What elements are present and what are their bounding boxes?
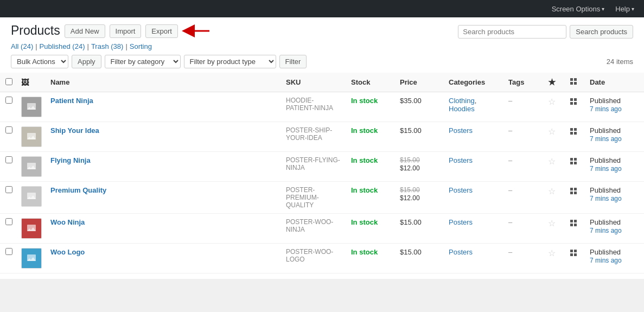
chevron-down-icon: ▾ (632, 6, 634, 12)
screen-options-button[interactable]: Screen Options ▾ (547, 3, 609, 15)
add-new-button[interactable]: Add New (65, 24, 105, 38)
table-row: Woo Logo POSTER-WOO-LOGO In stock $15.00… (0, 244, 644, 273)
stock-col-header[interactable]: Stock (346, 73, 394, 92)
product-date: Published 7 mins ago (584, 244, 644, 273)
filter-type-select[interactable]: Filter by product type (184, 55, 276, 68)
product-stock: In stock (346, 92, 394, 122)
featured-col-header[interactable]: ★ (541, 73, 563, 92)
page-title: Products (11, 23, 60, 39)
product-stock: In stock (346, 244, 394, 273)
featured-star-icon[interactable]: ☆ (548, 157, 556, 166)
row-checkbox[interactable] (5, 248, 12, 255)
filter-sorting-link[interactable]: Sorting (130, 42, 152, 50)
product-sku: POSTER-FLYING-NINJA (280, 152, 346, 182)
product-name-link[interactable]: Premium Quality (50, 186, 106, 194)
filter-all-link[interactable]: All (24) (11, 42, 33, 50)
product-name-link[interactable]: Woo Logo (50, 248, 85, 256)
product-type-icon (569, 99, 578, 108)
product-thumbnail (21, 126, 42, 147)
product-sku: POSTER-WOO-LOGO (280, 244, 346, 273)
product-stock: In stock (346, 182, 394, 214)
product-name-link[interactable]: Ship Your Idea (50, 126, 99, 135)
product-price: $15.00 (394, 244, 443, 273)
product-categories: Posters (443, 214, 503, 244)
product-sku: POSTER-WOO-NINJA (280, 214, 346, 244)
svg-rect-1 (570, 78, 573, 81)
filter-category-select[interactable]: Filter by category (105, 55, 181, 68)
product-type-icon (569, 188, 578, 198)
type-col-header (563, 73, 584, 92)
featured-star-icon[interactable]: ☆ (548, 219, 556, 228)
filter-published-link[interactable]: Published (24) (40, 42, 85, 50)
tags-col-header[interactable]: Tags (503, 73, 541, 92)
apply-button[interactable]: Apply (72, 55, 101, 68)
row-checkbox[interactable] (5, 186, 12, 193)
date-col-header[interactable]: Date (584, 73, 644, 92)
sku-col-header[interactable]: SKU (280, 73, 346, 92)
bulk-actions-select[interactable]: Bulk Actions (11, 55, 68, 68)
product-thumbnail (21, 156, 42, 177)
product-name-link[interactable]: Patient Ninja (50, 97, 93, 105)
product-name-link[interactable]: Woo Ninja (50, 218, 85, 226)
product-type-icon (569, 158, 578, 168)
product-date: Published 7 mins ago (584, 92, 644, 122)
row-checkbox[interactable] (5, 126, 12, 133)
featured-star-icon[interactable]: ☆ (548, 127, 556, 136)
product-tags: – (503, 182, 541, 214)
product-name-link[interactable]: Flying Ninja (50, 156, 91, 164)
categories-col-header[interactable]: Categories (443, 73, 503, 92)
select-all-checkbox[interactable] (5, 78, 12, 85)
product-date: Published 7 mins ago (584, 182, 644, 214)
product-tags: – (503, 152, 541, 182)
product-price: $15.00 (394, 214, 443, 244)
chevron-down-icon: ▾ (602, 6, 604, 12)
export-button[interactable]: Export (145, 24, 178, 38)
product-sku: POSTER-PREMIUM-QUALITY (280, 182, 346, 214)
help-button[interactable]: Help ▾ (611, 3, 639, 15)
price-col-header[interactable]: Price (394, 73, 443, 92)
product-type-icon (569, 129, 578, 138)
filter-trash-link[interactable]: Trash (38) (91, 42, 124, 50)
product-tags: – (503, 244, 541, 273)
svg-rect-2 (574, 78, 577, 81)
search-input[interactable] (458, 25, 566, 39)
name-col-header[interactable]: Name (45, 73, 280, 92)
product-price: $15.00$12.00 (394, 182, 443, 214)
product-price: $15.00$12.00 (394, 152, 443, 182)
product-price: $15.00 (394, 122, 443, 152)
product-type-icon (569, 250, 578, 259)
product-tags: – (503, 214, 541, 244)
table-row: Flying Ninja POSTER-FLYING-NINJA In stoc… (0, 152, 644, 182)
product-date: Published 7 mins ago (584, 152, 644, 182)
table-row: Woo Ninja POSTER-WOO-NINJA In stock $15.… (0, 214, 644, 244)
row-checkbox[interactable] (5, 97, 12, 104)
items-count: 24 items (607, 58, 633, 66)
product-thumbnail (21, 97, 42, 117)
svg-rect-3 (570, 82, 573, 85)
featured-star-icon[interactable]: ☆ (548, 187, 556, 196)
table-row: Premium Quality POSTER-PREMIUM-QUALITY I… (0, 182, 644, 214)
row-checkbox[interactable] (5, 218, 12, 225)
product-price: $35.00 (394, 92, 443, 122)
import-button[interactable]: Import (110, 24, 142, 38)
table-row: Ship Your Idea POSTER-SHIP-YOUR-IDEA In … (0, 122, 644, 152)
product-stock: In stock (346, 214, 394, 244)
featured-star-icon[interactable]: ☆ (548, 249, 556, 258)
product-stock: In stock (346, 152, 394, 182)
product-categories: Posters (443, 122, 503, 152)
svg-rect-4 (574, 82, 577, 85)
product-sku: HOODIE-PATIENT-NINJA (280, 92, 346, 122)
red-arrow-indicator (182, 23, 215, 39)
row-checkbox[interactable] (5, 156, 12, 163)
product-date: Published 7 mins ago (584, 214, 644, 244)
product-tags: – (503, 92, 541, 122)
product-categories: Clothing, Hoodies (443, 92, 503, 122)
featured-star-icon[interactable]: ☆ (548, 97, 556, 106)
product-date: Published 7 mins ago (584, 122, 644, 152)
thumb-col-header: 🖼 (18, 73, 45, 92)
search-products-button[interactable]: Search products (570, 25, 633, 39)
filter-button[interactable]: Filter (279, 55, 307, 68)
product-thumbnail (21, 218, 42, 239)
product-tags: – (503, 122, 541, 152)
product-categories: Posters (443, 152, 503, 182)
